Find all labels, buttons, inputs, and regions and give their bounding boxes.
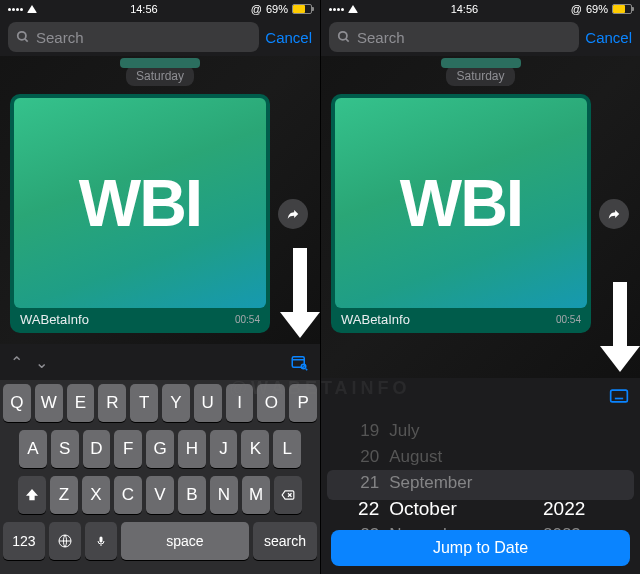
- key-h[interactable]: H: [178, 430, 206, 468]
- backspace-key[interactable]: [274, 476, 302, 514]
- globe-icon: [57, 533, 73, 549]
- search-header: Cancel: [321, 18, 640, 56]
- svg-line-1: [25, 39, 28, 42]
- key-z[interactable]: Z: [50, 476, 78, 514]
- key-y[interactable]: Y: [162, 384, 190, 422]
- key-g[interactable]: G: [146, 430, 174, 468]
- key-a[interactable]: A: [19, 430, 47, 468]
- day-separator: Saturday: [126, 66, 194, 86]
- message-bubble[interactable]: WBI WABetaInfo 00:54: [331, 94, 591, 333]
- key-n[interactable]: N: [210, 476, 238, 514]
- svg-point-10: [339, 32, 347, 40]
- at-icon: @: [251, 3, 262, 15]
- keyboard-icon[interactable]: [608, 385, 630, 407]
- key-d[interactable]: D: [83, 430, 111, 468]
- keyboard-accessory: ⌃ ⌄: [0, 344, 320, 380]
- picker-accessory: [321, 378, 640, 414]
- status-time: 14:56: [451, 3, 479, 15]
- numbers-key[interactable]: 123: [3, 522, 45, 560]
- battery-icon: [612, 4, 632, 14]
- phone-left: 14:56 @ 69% Cancel Saturday WBI WABetaIn…: [0, 0, 320, 574]
- message-bubble[interactable]: WBI WABetaInfo 00:54: [10, 94, 270, 333]
- svg-line-11: [346, 39, 349, 42]
- key-l[interactable]: L: [273, 430, 301, 468]
- picker-option[interactable]: 20: [360, 444, 379, 470]
- key-f[interactable]: F: [114, 430, 142, 468]
- dictation-key[interactable]: [85, 522, 117, 560]
- chevron-down-icon[interactable]: ⌄: [35, 353, 48, 372]
- search-box[interactable]: [8, 22, 259, 52]
- message-time: 00:54: [235, 314, 260, 325]
- search-header: Cancel: [0, 18, 320, 56]
- key-u[interactable]: U: [194, 384, 222, 422]
- at-icon: @: [571, 3, 582, 15]
- shift-key[interactable]: [18, 476, 46, 514]
- space-key[interactable]: space: [121, 522, 249, 560]
- battery-pct: 69%: [586, 3, 608, 15]
- status-bar: 14:56 @ 69%: [321, 0, 640, 18]
- wifi-icon: [348, 5, 358, 13]
- search-input[interactable]: [36, 29, 251, 46]
- svg-rect-9: [99, 537, 102, 543]
- search-box[interactable]: [329, 22, 579, 52]
- picker-selection-band: [327, 470, 634, 500]
- calendar-search-icon[interactable]: [288, 351, 310, 373]
- keyboard[interactable]: QWERTYUIOP ASDFGHJKL ZXCVBNM 123 space s…: [0, 380, 320, 574]
- shift-icon: [24, 487, 40, 503]
- mic-icon: [95, 533, 107, 549]
- chat-area: Saturday WBI WABetaInfo 00:54: [321, 56, 640, 378]
- search-icon: [16, 30, 30, 44]
- battery-icon: [292, 4, 312, 14]
- key-w[interactable]: W: [35, 384, 63, 422]
- forward-button[interactable]: [278, 199, 308, 229]
- forward-icon: [607, 207, 621, 221]
- key-o[interactable]: O: [257, 384, 285, 422]
- message-caption: WABetaInfo: [341, 312, 410, 327]
- svg-line-5: [306, 369, 308, 371]
- key-v[interactable]: V: [146, 476, 174, 514]
- wifi-icon: [27, 5, 37, 13]
- key-x[interactable]: X: [82, 476, 110, 514]
- key-e[interactable]: E: [67, 384, 95, 422]
- picker-option[interactable]: 19: [360, 418, 379, 444]
- chevron-up-icon[interactable]: ⌃: [10, 353, 23, 372]
- globe-key[interactable]: [49, 522, 81, 560]
- key-j[interactable]: J: [210, 430, 238, 468]
- key-c[interactable]: C: [114, 476, 142, 514]
- key-p[interactable]: P: [289, 384, 317, 422]
- chat-area: Saturday WBI WABetaInfo 00:54: [0, 56, 320, 344]
- key-i[interactable]: I: [226, 384, 254, 422]
- key-k[interactable]: K: [241, 430, 269, 468]
- key-q[interactable]: Q: [3, 384, 31, 422]
- search-icon: [337, 30, 351, 44]
- day-separator: Saturday: [446, 66, 514, 86]
- svg-rect-2: [292, 357, 304, 368]
- search-key[interactable]: search: [253, 522, 317, 560]
- signal-icon: [329, 8, 344, 11]
- prev-message-peek: [120, 58, 200, 68]
- prev-message-peek: [441, 58, 521, 68]
- status-time: 14:56: [130, 3, 158, 15]
- svg-point-0: [18, 32, 26, 40]
- backspace-icon: [279, 488, 297, 502]
- key-r[interactable]: R: [98, 384, 126, 422]
- message-image: WBI: [335, 98, 587, 308]
- signal-icon: [8, 8, 23, 11]
- date-picker[interactable]: 192021222324 JulyAugustSeptemberOctoberN…: [321, 414, 640, 574]
- cancel-button[interactable]: Cancel: [585, 29, 632, 46]
- picker-option[interactable]: August: [389, 444, 442, 470]
- key-t[interactable]: T: [130, 384, 158, 422]
- message-image: WBI: [14, 98, 266, 308]
- jump-to-date-button[interactable]: Jump to Date: [331, 530, 630, 566]
- picker-option[interactable]: July: [389, 418, 419, 444]
- search-input[interactable]: [357, 29, 571, 46]
- key-m[interactable]: M: [242, 476, 270, 514]
- key-b[interactable]: B: [178, 476, 206, 514]
- phone-right: 14:56 @ 69% Cancel Saturday WBI WABetaIn…: [320, 0, 640, 574]
- arrow-annotation-icon: [604, 282, 636, 372]
- forward-icon: [286, 207, 300, 221]
- message-caption: WABetaInfo: [20, 312, 89, 327]
- key-s[interactable]: S: [51, 430, 79, 468]
- forward-button[interactable]: [599, 199, 629, 229]
- cancel-button[interactable]: Cancel: [265, 29, 312, 46]
